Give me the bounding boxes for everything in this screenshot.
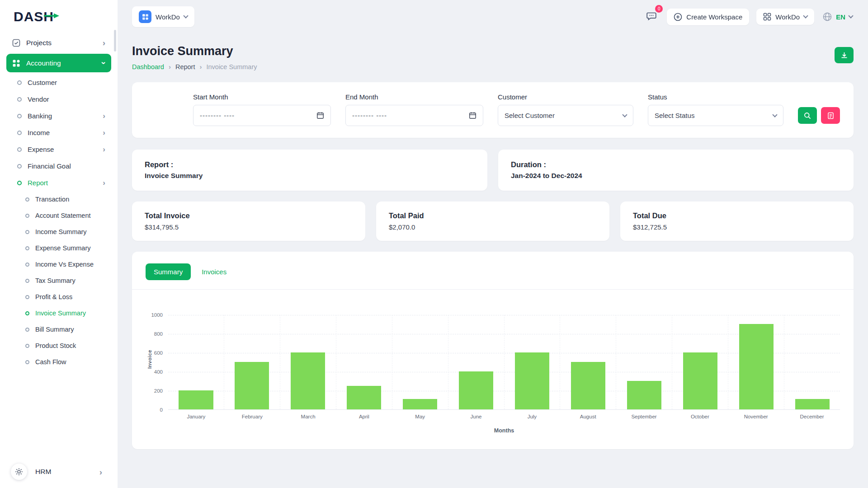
breadcrumb: Dashboard › Report › Invoice Summary: [132, 63, 257, 70]
breadcrumb-separator: ›: [199, 63, 202, 70]
sidebar-item-report[interactable]: Report›: [6, 174, 111, 191]
sidebar-item-label: Banking: [28, 112, 52, 120]
sidebar-item-income[interactable]: Income›: [6, 124, 111, 141]
sidebar-item-income-vs-expense[interactable]: Income Vs Expense: [6, 256, 111, 272]
bar-september[interactable]: [627, 381, 661, 409]
end-month-input[interactable]: [352, 112, 464, 119]
bullet-icon: [17, 114, 22, 118]
apps-menu-label: WorkDo: [775, 13, 800, 21]
sidebar-item-tax-summary[interactable]: Tax Summary: [6, 272, 111, 289]
sidebar-item-expense-summary[interactable]: Expense Summary: [6, 240, 111, 256]
total-due-value: $312,725.5: [633, 223, 841, 231]
sidebar-item-profit-loss[interactable]: Profit & Loss: [6, 289, 111, 305]
sidebar-item-banking[interactable]: Banking›: [6, 108, 111, 124]
total-due-card: Total Due $312,725.5: [620, 202, 854, 241]
bullet-icon: [17, 131, 22, 135]
sidebar-item-accounting[interactable]: Accounting ›: [6, 54, 111, 72]
total-invoice-label: Total Invoice: [145, 211, 353, 220]
sidebar-item-vendor[interactable]: Vendor: [6, 91, 111, 108]
sidebar-item-customer[interactable]: Customer: [6, 74, 111, 91]
sidebar-item-financial-goal[interactable]: Financial Goal: [6, 158, 111, 174]
sidebar-item-cash-flow[interactable]: Cash Flow: [6, 354, 111, 370]
messages-button[interactable]: 0: [643, 8, 660, 26]
sidebar-scrollbar[interactable]: [114, 30, 116, 52]
reset-filter-button[interactable]: [821, 107, 840, 124]
sidebar-item-expense[interactable]: Expense›: [6, 141, 111, 158]
sidebar-item-invoice-summary[interactable]: Invoice Summary: [6, 305, 111, 321]
start-month-input[interactable]: [200, 112, 312, 119]
report-info-row: Report : Invoice Summary Duration : Jan-…: [132, 150, 854, 191]
bullet-icon: [25, 263, 29, 267]
chevron-down-icon: [622, 112, 627, 117]
customer-select[interactable]: Select Customer: [498, 105, 633, 126]
tab-invoices[interactable]: Invoices: [195, 263, 233, 280]
language-selector[interactable]: EN: [821, 9, 854, 24]
workspace-logo-icon: [142, 14, 149, 20]
bar-slot: [336, 315, 392, 409]
totals-row: Total Invoice $314,795.5 Total Paid $2,0…: [132, 202, 854, 241]
apply-filter-button[interactable]: [798, 107, 817, 124]
bullet-icon: [25, 328, 29, 332]
settings-gear-button[interactable]: [11, 464, 27, 480]
sidebar-item-label: Income Summary: [35, 228, 87, 235]
download-icon: [840, 52, 848, 59]
customer-label: Customer: [498, 93, 633, 101]
bar-slot: [224, 315, 280, 409]
bar-may[interactable]: [403, 399, 437, 409]
bar-april[interactable]: [347, 386, 381, 410]
bar-august[interactable]: [571, 362, 605, 409]
bar-july[interactable]: [515, 352, 549, 409]
sidebar-item-label: Expense: [28, 145, 54, 153]
apps-menu-button[interactable]: WorkDo: [756, 9, 814, 25]
bullet-icon: [25, 230, 29, 234]
sidebar-item-label: Account Statement: [35, 212, 91, 219]
sidebar-item-label: Product Stock: [35, 342, 76, 349]
sidebar-item-hrm[interactable]: HRM ›: [33, 464, 105, 480]
total-paid-value: $2,070.0: [389, 223, 597, 231]
filter-actions: [798, 93, 840, 126]
calendar-icon[interactable]: [316, 112, 324, 119]
sidebar-item-label: Customer: [28, 79, 57, 86]
workspace-avatar: [139, 10, 151, 23]
grid-icon: [763, 13, 771, 21]
sidebar-item-income-summary[interactable]: Income Summary: [6, 224, 111, 240]
bar-october[interactable]: [683, 352, 717, 409]
accounting-icon: [12, 59, 20, 67]
bar-slot: [448, 315, 504, 409]
bar-june[interactable]: [459, 371, 493, 409]
chevron-right-icon: ›: [103, 129, 105, 136]
calendar-icon[interactable]: [469, 112, 476, 119]
bar-march[interactable]: [291, 352, 325, 409]
bar-january[interactable]: [179, 390, 213, 409]
tab-summary[interactable]: Summary: [146, 263, 191, 280]
bar-february[interactable]: [235, 362, 269, 409]
sidebar-item-transaction[interactable]: Transaction: [6, 191, 111, 207]
bar-november[interactable]: [739, 324, 774, 409]
create-workspace-button[interactable]: Create Workspace: [667, 9, 749, 25]
status-select[interactable]: Select Status: [648, 105, 783, 126]
workspace-switcher[interactable]: WorkDo: [132, 6, 194, 27]
sidebar-nav: Projects › Accounting › CustomerVendorBa…: [0, 33, 118, 488]
sidebar-item-product-stock[interactable]: Product Stock: [6, 338, 111, 354]
y-tick-label: 0: [160, 407, 163, 413]
bullet-icon: [25, 197, 29, 202]
download-report-button[interactable]: [835, 47, 854, 63]
x-tick-label: May: [392, 414, 448, 419]
app-logo[interactable]: DASH: [0, 0, 118, 33]
start-month-label: Start Month: [193, 93, 331, 101]
breadcrumb-dashboard[interactable]: Dashboard: [132, 63, 164, 70]
language-code: EN: [836, 13, 845, 21]
bar-slot: [560, 315, 616, 409]
bar-december[interactable]: [795, 399, 830, 409]
sidebar-item-bill-summary[interactable]: Bill Summary: [6, 321, 111, 338]
gear-icon: [15, 468, 23, 476]
sidebar-item-projects[interactable]: Projects ›: [6, 33, 111, 52]
invoice-bar-chart: Invoice 02004006008001000 JanuaryFebruar…: [146, 315, 840, 434]
sidebar-item-account-statement[interactable]: Account Statement: [6, 207, 111, 224]
sidebar-item-label: Profit & Loss: [35, 293, 72, 300]
x-tick-label: August: [560, 414, 616, 419]
x-tick-label: March: [280, 414, 336, 419]
breadcrumb-report[interactable]: Report: [175, 63, 195, 70]
chart-panel: Summary Invoices Invoice 020040060080010…: [132, 252, 854, 449]
top-header: WorkDo 0 Create Workspace WorkDo EN: [118, 0, 868, 33]
